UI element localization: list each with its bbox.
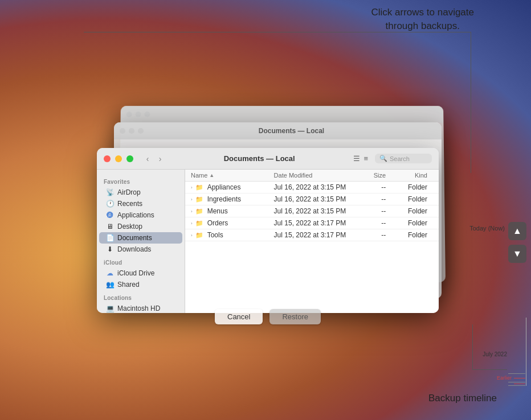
sidebar-item-recents[interactable]: 🕐 Recents <box>99 198 182 209</box>
folder-icon: 📁 <box>195 208 203 215</box>
file-name: Ingredients <box>207 195 241 203</box>
locations-label: Locations <box>97 290 185 303</box>
forward-button[interactable]: › <box>155 154 165 164</box>
file-kind: Folder <box>386 195 433 203</box>
desktop-icon: 🖥 <box>106 223 114 230</box>
shared-icon: 👥 <box>106 281 114 289</box>
sidebar-item-label: Applications <box>117 211 154 219</box>
file-name: Appliances <box>207 183 241 191</box>
folder-icon: 📁 <box>195 196 203 203</box>
timeline-tick-red <box>514 378 525 378</box>
timeline-ticks: Earlier <box>497 373 525 386</box>
search-bar[interactable]: 🔍 Search <box>375 154 432 163</box>
sidebar-item-label: Shared <box>117 281 140 289</box>
favorites-label: Favorites <box>97 174 185 187</box>
file-list-header: Name ▲ Date Modified Size Kind <box>185 170 439 182</box>
sidebar-item-label: Desktop <box>117 223 142 230</box>
table-row[interactable]: › 📁 Ingredients Jul 16, 2022 at 3:15 PM … <box>185 193 439 205</box>
col-header-date[interactable]: Date Modified <box>274 172 357 179</box>
timeline-today-label: Today (Now) <box>469 225 505 232</box>
timeline-tick <box>508 382 525 382</box>
nav-buttons: ‹ › <box>142 154 165 164</box>
sidebar-item-label: AirDrop <box>117 188 141 196</box>
timeline-tick <box>514 384 525 384</box>
maximize-button[interactable] <box>126 155 133 162</box>
col-header-kind[interactable]: Kind <box>386 172 433 179</box>
expand-icon: › <box>191 209 193 214</box>
sidebar-item-airdrop[interactable]: 📡 AirDrop <box>99 187 182 198</box>
toolbar-controls: ☰ ≡ 🔍 Search <box>353 154 432 163</box>
connector-line-bottom-h <box>473 369 507 370</box>
table-row[interactable]: › 📁 Tools Jul 15, 2022 at 3:17 PM -- Fol… <box>185 229 439 241</box>
file-size: -- <box>357 207 386 215</box>
icloud-label: iCloud <box>97 255 185 267</box>
annotation-navigate: Click arrows to navigate through backups… <box>371 6 474 33</box>
table-row[interactable]: › 📁 Appliances Jul 16, 2022 at 3:15 PM -… <box>185 182 439 193</box>
file-date: Jul 16, 2022 at 3:15 PM <box>274 183 357 191</box>
sidebar-item-icloud-drive[interactable]: ☁ iCloud Drive <box>99 267 182 279</box>
table-row[interactable]: › 📁 Menus Jul 16, 2022 at 3:15 PM -- Fol… <box>185 205 439 217</box>
earlier-label: Earlier <box>497 375 512 381</box>
file-name: Menus <box>207 207 228 215</box>
connector-line-bottom <box>472 324 473 370</box>
downloads-icon: ⬇ <box>106 245 114 253</box>
annotation-backup-timeline: Backup timeline <box>428 393 497 404</box>
sidebar-item-downloads[interactable]: ⬇ Downloads <box>99 244 182 255</box>
file-kind: Folder <box>386 183 433 191</box>
expand-icon: › <box>191 221 193 226</box>
file-date: Jul 15, 2022 at 3:17 PM <box>274 219 357 227</box>
sidebar-item-shared[interactable]: 👥 Shared <box>99 279 182 290</box>
folder-icon: 📁 <box>195 232 203 239</box>
restore-button[interactable]: Restore <box>269 309 321 324</box>
timeline-month-label: July 2022 <box>483 351 507 357</box>
sidebar-item-label: Documents <box>117 234 152 242</box>
back-button[interactable]: ‹ <box>142 154 153 164</box>
action-buttons: Cancel Restore <box>97 309 439 324</box>
icloud-icon: ☁ <box>106 269 114 277</box>
minimize-button[interactable] <box>115 155 122 162</box>
file-size: -- <box>357 231 386 239</box>
expand-icon: › <box>191 197 193 202</box>
folder-icon: 📁 <box>195 220 203 227</box>
applications-icon: 🅐 <box>106 211 114 219</box>
sidebar-item-applications[interactable]: 🅐 Applications <box>99 209 182 221</box>
sidebar-item-label: Downloads <box>117 245 151 253</box>
list-view-icon[interactable]: ☰ <box>353 154 360 163</box>
timeline-nav-up-button[interactable]: ▲ <box>508 222 526 240</box>
sidebar-item-label: iCloud Drive <box>117 269 154 277</box>
timeline-nav-down-button[interactable]: ▼ <box>508 245 526 263</box>
file-date: Jul 15, 2022 at 3:17 PM <box>274 231 357 239</box>
connector-line-horizontal <box>84 32 471 32</box>
window-body: Favorites 📡 AirDrop 🕐 Recents 🅐 Applicat… <box>97 170 439 313</box>
search-icon: 🔍 <box>379 155 387 162</box>
recents-icon: 🕐 <box>106 200 114 208</box>
folder-icon: 📁 <box>195 184 203 191</box>
window-title: Documents — Local <box>170 154 349 163</box>
action-icon[interactable]: ≡ <box>363 154 368 163</box>
col-header-size[interactable]: Size <box>357 172 386 179</box>
file-name: Tools <box>207 231 223 239</box>
file-date: Jul 16, 2022 at 3:15 PM <box>274 207 357 215</box>
file-size: -- <box>357 219 386 227</box>
sidebar-item-label: Recents <box>117 200 142 208</box>
file-kind: Folder <box>386 219 433 227</box>
sidebar: Favorites 📡 AirDrop 🕐 Recents 🅐 Applicat… <box>97 170 185 313</box>
documents-icon: 📄 <box>106 234 114 242</box>
file-kind: Folder <box>386 207 433 215</box>
close-button[interactable] <box>104 155 111 162</box>
file-size: -- <box>357 183 386 191</box>
sort-arrow-icon: ▲ <box>209 172 214 178</box>
sidebar-item-documents[interactable]: 📄 Documents <box>99 232 182 244</box>
timeline-line <box>526 318 526 386</box>
window-titlebar: ‹ › Documents — Local ☰ ≡ 🔍 Search <box>97 148 439 170</box>
cancel-button[interactable]: Cancel <box>215 309 263 324</box>
col-header-name[interactable]: Name ▲ <box>191 172 274 179</box>
finder-window: ‹ › Documents — Local ☰ ≡ 🔍 Search Favor… <box>97 148 439 313</box>
file-size: -- <box>357 195 386 203</box>
table-row[interactable]: › 📁 Orders Jul 15, 2022 at 3:17 PM -- Fo… <box>185 217 439 229</box>
file-name: Orders <box>207 219 228 227</box>
sidebar-item-desktop[interactable]: 🖥 Desktop <box>99 221 182 232</box>
airdrop-icon: 📡 <box>106 188 114 196</box>
backup-timeline: ▲ Today (Now) ▼ July 2022 Earlier <box>503 51 531 420</box>
chevron-up-icon: ▲ <box>513 226 522 236</box>
